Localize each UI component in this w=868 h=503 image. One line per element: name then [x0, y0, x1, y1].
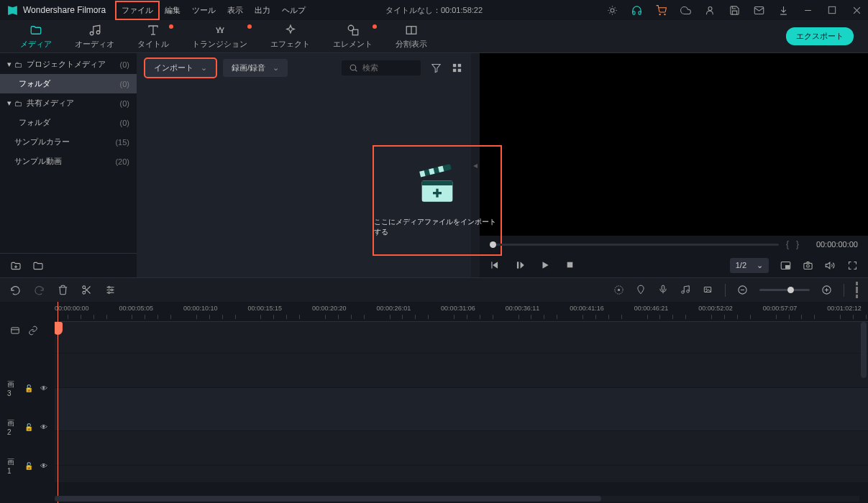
settings-icon[interactable]	[105, 285, 116, 295]
save-icon[interactable]	[728, 4, 740, 16]
zoom-in-icon[interactable]	[821, 285, 832, 295]
redo-icon[interactable]	[34, 285, 45, 295]
track-header[interactable]: 画1🔓👁	[0, 448, 55, 483]
cloud-icon[interactable]	[680, 4, 691, 16]
sidebar-item-sample-video[interactable]: サンプル動画(20)	[0, 152, 137, 171]
grid-view-icon[interactable]	[452, 63, 462, 73]
app-name: Wondershare Filmora	[23, 5, 106, 15]
undo-icon[interactable]	[10, 285, 21, 295]
account-icon[interactable]	[704, 4, 716, 16]
tab-splitscreen[interactable]: 分割表示	[384, 21, 439, 52]
mail-icon[interactable]	[753, 4, 764, 16]
pip-icon[interactable]	[780, 260, 791, 271]
sparkle-icon	[284, 24, 297, 37]
tab-effects[interactable]: エフェクト	[259, 21, 321, 52]
render-icon[interactable]	[613, 285, 624, 295]
add-folder-icon[interactable]	[10, 260, 21, 271]
track-header[interactable]: 画3🔓👁	[0, 371, 55, 405]
split-icon	[405, 24, 418, 37]
svg-rect-39	[567, 262, 573, 267]
maximize-icon[interactable]	[826, 4, 838, 16]
menu-help[interactable]: ヘルプ	[276, 1, 311, 19]
zoom-slider[interactable]	[759, 289, 810, 291]
svg-point-59	[687, 290, 690, 293]
preview-panel: { } 00:00:00:00 1/2⌄	[480, 53, 868, 277]
timeline-v-scrollbar[interactable]	[861, 322, 867, 494]
download-icon[interactable]	[777, 4, 789, 16]
svg-rect-25	[458, 68, 461, 71]
new-folder-icon[interactable]	[32, 260, 43, 271]
sidebar-item-folder[interactable]: フォルダ(0)	[0, 74, 137, 93]
play-pause-icon[interactable]	[515, 260, 526, 271]
sidebar-item-shared-media[interactable]: ▾🗀共有メディア(0)	[0, 93, 137, 113]
timeline-ruler[interactable]: 00:00:00:0000:00:05:0500:00:10:1000:00:1…	[55, 302, 868, 322]
svg-point-43	[807, 264, 810, 267]
tab-titles[interactable]: タイトル	[126, 21, 181, 52]
support-icon[interactable]	[631, 4, 642, 16]
music-icon	[88, 24, 101, 37]
link-toggle-icon[interactable]	[28, 326, 39, 336]
prev-frame-icon[interactable]	[490, 260, 501, 271]
menu-output[interactable]: 出力	[249, 1, 276, 19]
delete-icon[interactable]	[58, 285, 68, 295]
track-header[interactable]: 画2🔓👁	[0, 405, 55, 448]
playhead[interactable]	[58, 302, 58, 503]
audio-mixer-icon[interactable]	[680, 285, 691, 295]
timeline-h-scrollbar[interactable]	[55, 496, 859, 502]
preview-video[interactable]	[480, 53, 868, 236]
tab-audio[interactable]: オーディオ	[63, 21, 126, 52]
zoom-out-icon[interactable]	[737, 285, 748, 295]
preview-scrubber[interactable]	[490, 244, 779, 246]
tab-transitions[interactable]: トランジション	[181, 21, 259, 52]
svg-rect-27	[422, 180, 453, 185]
close-icon[interactable]	[851, 4, 862, 16]
menu-edit[interactable]: 編集	[159, 1, 186, 19]
timeline-view-icon[interactable]	[856, 282, 858, 298]
sidebar-item-project-media[interactable]: ▾🗀プロジェクトメディア(0)	[0, 55, 137, 74]
timeline-toolbar	[0, 277, 868, 302]
mark-in-icon[interactable]: {	[786, 239, 789, 249]
snapshot-icon[interactable]	[803, 260, 813, 271]
mark-out-icon[interactable]: }	[796, 239, 799, 249]
fullscreen-icon[interactable]	[847, 260, 858, 271]
import-dropzone[interactable]: ここにメディアファイルをインポートする	[374, 147, 501, 254]
sidebar-item-sample-color[interactable]: サンプルカラー(15)	[0, 132, 137, 152]
search-input[interactable]	[342, 60, 421, 75]
import-dropdown[interactable]: インポート⌄	[145, 59, 216, 77]
transition-icon	[214, 24, 227, 37]
brightness-icon[interactable]	[606, 4, 618, 16]
minimize-icon[interactable]	[802, 4, 813, 16]
chevron-down-icon: ⌄	[757, 261, 763, 270]
marker-icon[interactable]	[636, 285, 647, 295]
eye-icon[interactable]: 👁	[40, 384, 47, 392]
crop-icon[interactable]	[703, 285, 713, 295]
text-icon	[147, 24, 160, 37]
stop-icon[interactable]	[565, 260, 576, 271]
tab-elements[interactable]: エレメント	[321, 21, 384, 52]
volume-icon[interactable]	[825, 260, 836, 271]
preview-quality-select[interactable]: 1/2⌄	[730, 258, 769, 273]
svg-marker-21	[432, 64, 440, 72]
lock-icon[interactable]: 🔓	[24, 423, 33, 431]
lock-icon[interactable]: 🔓	[24, 462, 33, 470]
timeline-tracks[interactable]: 00:00:00:0000:00:05:0500:00:10:1000:00:1…	[55, 302, 868, 503]
menu-tools[interactable]: ツール	[186, 1, 221, 19]
sidebar-item-folder[interactable]: フォルダ(0)	[0, 113, 137, 132]
menu-view[interactable]: 表示	[221, 1, 249, 19]
eye-icon[interactable]: 👁	[40, 423, 47, 431]
menu-file[interactable]: ファイル	[116, 1, 159, 19]
tab-media[interactable]: メディア	[9, 21, 63, 52]
cut-icon[interactable]	[81, 285, 92, 295]
record-dropdown[interactable]: 録画/録音⌄	[223, 59, 288, 77]
eye-icon[interactable]: 👁	[40, 462, 47, 470]
lock-icon[interactable]: 🔓	[24, 384, 33, 392]
filter-icon[interactable]	[431, 63, 442, 73]
svg-rect-35	[491, 262, 492, 268]
play-icon[interactable]	[540, 260, 551, 271]
timeline-lock-icon[interactable]	[10, 326, 21, 336]
svg-rect-57	[662, 285, 664, 290]
shapes-icon	[347, 24, 360, 37]
voiceover-icon[interactable]	[658, 285, 669, 295]
export-button[interactable]: エクスポート	[786, 27, 854, 45]
cart-icon[interactable]	[655, 4, 667, 16]
